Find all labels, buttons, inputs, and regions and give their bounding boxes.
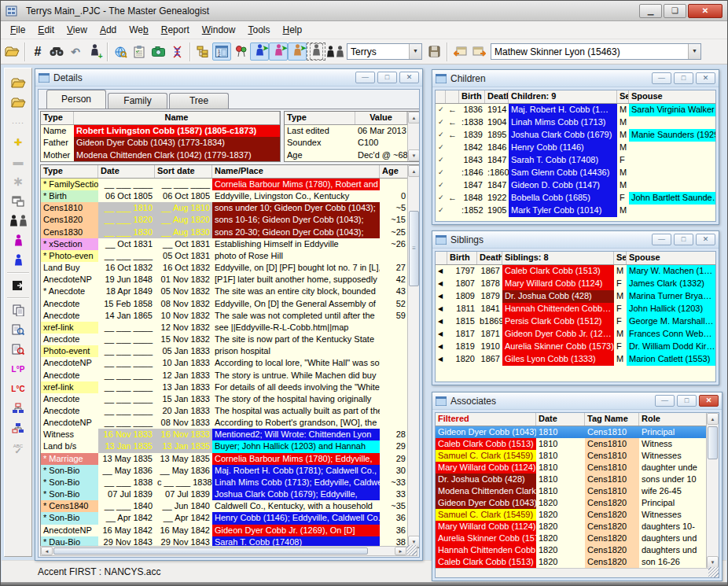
column-header[interactable]: Siblings: 8: [502, 252, 614, 264]
associates-window[interactable]: Associates — □ ✕ FilteredDateTag NameRol…: [432, 392, 722, 581]
table-row[interactable]: ◀18201867Giles Lyon Cobb (1333)MMarion C…: [436, 353, 715, 366]
table-row[interactable]: ✓18431847Sarah T. Cobb (17408)F: [436, 154, 715, 167]
table-row[interactable]: Gideon Dyer Cobb (1043)1820Cens1820Princ…: [436, 497, 719, 509]
column-header[interactable]: Death: [477, 252, 502, 264]
table-row[interactable]: Anecdote15 Feb 185808 Nov 1832Eddyville,…: [41, 298, 420, 310]
grip-dots-icon[interactable]: ····: [9, 113, 28, 131]
menu-item-report[interactable]: Report: [155, 22, 196, 38]
spellcheck-icon[interactable]: ABC✓: [9, 439, 28, 457]
table-row[interactable]: Photo-event__ ___ ____05 Jan 1833prison …: [41, 345, 420, 357]
maximize-button[interactable]: ❏: [664, 4, 686, 18]
tab-family[interactable]: Family: [108, 93, 167, 109]
details-close-button[interactable]: ✕: [399, 72, 419, 83]
scroll-up-icon[interactable]: ▲: [707, 413, 719, 425]
scroll-right-icon[interactable]: ►: [395, 547, 406, 555]
table-row[interactable]: * xSection__ Oct 1831__ Oct 1831Establis…: [41, 238, 420, 250]
associates-titlebar[interactable]: Associates — □ ✕: [432, 393, 722, 410]
scroll-thumb[interactable]: [53, 547, 368, 555]
table-row[interactable]: ✓18421846Henry Cobb (1146)M: [436, 142, 715, 154]
table-row[interactable]: Cens1810__ ___ 1810__ Aug 1810sons under…: [41, 202, 420, 214]
column-header[interactable]: [446, 90, 459, 103]
events-hscrollbar[interactable]: ◄ ►: [40, 546, 417, 556]
table-row[interactable]: NameRobert Livingston Cobb (1587) (1805-…: [41, 125, 280, 137]
table-row[interactable]: * Cens1840__ ___ 1840__ Jun 1840Caldwell…: [41, 500, 420, 512]
chevron-down-icon[interactable]: ▼: [409, 44, 421, 59]
copy-person-icon[interactable]: [9, 301, 28, 319]
dataset-combo[interactable]: Terrys▼: [347, 43, 422, 60]
column-header[interactable]: Type: [41, 112, 74, 124]
column-header[interactable]: Date: [536, 413, 585, 426]
find-person-icon[interactable]: [47, 42, 66, 61]
column-header[interactable]: Spouse: [629, 90, 715, 103]
picklist-icon[interactable]: #: [28, 42, 47, 61]
table-row[interactable]: xref-link__ ___ ____13 Jan 1833For detai…: [41, 381, 420, 393]
table-row[interactable]: * FamilySection__ ___ ______ ___ ____Cor…: [41, 179, 420, 190]
close-button[interactable]: ✕: [688, 4, 722, 18]
column-header[interactable]: Sex: [617, 90, 629, 103]
family-icon[interactable]: [9, 212, 28, 230]
scroll-thumb[interactable]: [708, 426, 718, 459]
table-row[interactable]: ✓←18361914Maj. Robert H. Cobb (1…MSarah …: [436, 104, 715, 116]
children-close-button[interactable]: ✕: [696, 72, 715, 84]
last-person-icon[interactable]: L°P: [9, 360, 28, 378]
children-titlebar[interactable]: Children — □ ✕: [432, 70, 719, 87]
scroll-down-icon[interactable]: ▼: [408, 149, 420, 161]
tag-types-icon[interactable]: [193, 42, 212, 61]
column-header[interactable]: [436, 90, 446, 103]
research-log-icon[interactable]: [130, 42, 149, 61]
column-header[interactable]: Value: [355, 112, 407, 124]
table-row[interactable]: Witness16 Nov 183316 Nov 1833Mentioned2;…: [41, 429, 420, 440]
table-row[interactable]: Anecdote__ ___ ____12 Jan 1833The story …: [41, 370, 420, 381]
delete-tag-icon[interactable]: ▬: [9, 153, 28, 171]
scroll-thumb[interactable]: ≡: [409, 211, 419, 286]
siblings-minimize-button[interactable]: —: [652, 234, 671, 245]
table-row[interactable]: Anecdote__ ___ ____15 Jan 1833The story …: [41, 393, 420, 405]
table-row[interactable]: Modena Chittenden Clark (1810Cens1810wif…: [436, 485, 719, 497]
table-row[interactable]: Hannah Chittenden Cobb (1820Cens1820daug…: [436, 544, 719, 556]
open-project-icon[interactable]: [2, 42, 21, 61]
column-header[interactable]: Age: [380, 165, 408, 178]
table-row[interactable]: Land b/s13 Jan 183513 Jan 1835Buyer; Joh…: [41, 440, 420, 452]
table-row[interactable]: ◀1815b1869Persis Clark Cobb (1512)FGeorg…: [436, 315, 715, 328]
last-citation-icon[interactable]: L°C: [9, 380, 28, 398]
save-layout-icon[interactable]: [425, 42, 443, 61]
column-header[interactable]: Sort date: [155, 165, 212, 178]
column-header[interactable]: Spouse: [627, 252, 715, 264]
column-header[interactable]: Date: [98, 165, 155, 178]
exhibit-log-icon[interactable]: [149, 42, 167, 61]
details-window[interactable]: Details — □ ✕ Person Family Tree TypeNam…: [35, 68, 423, 561]
table-row[interactable]: Last edited06 Mar 2013: [285, 125, 420, 137]
table-row[interactable]: Dr. Joshua Cobb (428)1810Cens1810sons un…: [436, 474, 719, 485]
mother-icon[interactable]: [9, 231, 28, 249]
scroll-up-icon[interactable]: ▲: [408, 165, 420, 177]
add-person-icon[interactable]: +: [85, 42, 104, 61]
table-row[interactable]: ◀17971867Caleb Clark Cobb (1513)MMary W.…: [436, 265, 715, 278]
associates-scrollbar[interactable]: ▲ ▼: [706, 413, 719, 568]
relationship-icon[interactable]: [325, 42, 344, 61]
father-icon[interactable]: [9, 251, 28, 269]
table-row[interactable]: ✓:1846:1860Sam Glenn Cobb (14436)M: [436, 167, 715, 179]
table-row[interactable]: Caleb Clark Cobb (1513)1810Cens1810Witne…: [436, 438, 719, 450]
ancestors-icon[interactable]: [9, 419, 28, 437]
web-search-icon[interactable]: [111, 42, 130, 61]
table-row[interactable]: FatherGideon Dyer Cobb (1043) (1773-1834…: [41, 137, 280, 149]
details-titlebar[interactable]: Details — □ ✕: [35, 69, 422, 87]
menu-item-add[interactable]: Add: [94, 22, 123, 38]
column-header[interactable]: Type: [41, 165, 98, 178]
column-header[interactable]: Name: [74, 112, 280, 124]
table-row[interactable]: Caleb Clark Cobb (1513)1820Cens1820son 1…: [436, 556, 719, 568]
table-row[interactable]: Cens1830__ ___ 1830__ Aug 1830sons 20-30…: [41, 227, 420, 238]
search-all-icon[interactable]: [9, 341, 28, 359]
resize-grip[interactable]: [406, 545, 417, 555]
table-row[interactable]: MotherModena Chittenden Clark (1042) (17…: [41, 149, 280, 161]
table-row[interactable]: Mary Willard Cobb (1124)1820Cens1820daug…: [436, 521, 719, 533]
minimize-button[interactable]: ▁: [639, 4, 662, 18]
table-row[interactable]: AnecdoteNP19 Jun 184801 Nov 1832[P1F] la…: [41, 274, 420, 286]
exit-icon[interactable]: [9, 276, 28, 294]
children-window-icon[interactable]: ➤: [250, 42, 269, 61]
history-forward-icon[interactable]: [469, 42, 488, 61]
details-restore-button[interactable]: □: [377, 72, 397, 83]
column-header[interactable]: Type: [285, 112, 355, 124]
siblings-window-icon[interactable]: ➤: [269, 42, 288, 61]
column-header[interactable]: Birth: [459, 90, 485, 103]
